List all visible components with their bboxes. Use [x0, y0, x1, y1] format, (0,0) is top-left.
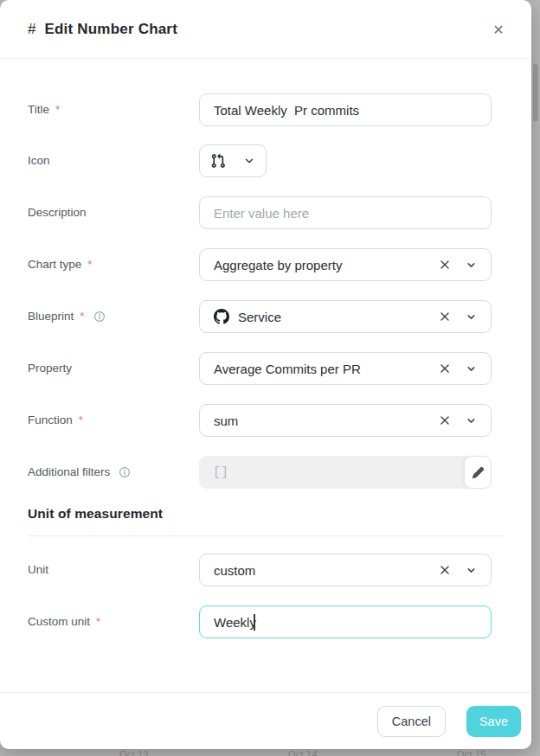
chart-type-value: Aggregate by property: [214, 258, 342, 272]
chevron-down-icon[interactable]: [463, 257, 479, 272]
github-icon: [214, 309, 229, 324]
modal-header: # Edit Number Chart ✕: [0, 0, 531, 59]
save-button[interactable]: Save: [466, 706, 521, 737]
unit-label: Unit: [28, 554, 48, 586]
clear-icon[interactable]: [437, 562, 453, 578]
function-label-text: Function: [28, 404, 73, 437]
unit-label-text: Unit: [28, 554, 48, 586]
property-select[interactable]: Average Commits per PR: [199, 352, 492, 385]
required-marker: *: [80, 300, 84, 333]
additional-filters-label: Additional filters: [28, 456, 131, 489]
icon-label: Icon: [28, 144, 50, 177]
additional-filters-input: [199, 456, 492, 489]
blueprint-label: Blueprint*: [28, 300, 106, 333]
custom-unit-label-text: Custom unit: [28, 605, 90, 638]
required-marker: *: [55, 93, 60, 126]
section-divider: [28, 535, 504, 536]
required-marker: *: [87, 248, 92, 281]
custom-unit-input[interactable]: [199, 605, 492, 638]
additional-filters-label-text: Additional filters: [28, 456, 110, 489]
title-input[interactable]: [199, 93, 492, 126]
bg-axis-label: Oct 15: [457, 749, 486, 756]
blueprint-value: Service: [238, 310, 281, 324]
chart-type-label: Chart type*: [28, 248, 93, 281]
required-marker: *: [96, 605, 100, 638]
modal-title: Edit Number Chart: [44, 21, 177, 38]
chevron-down-icon[interactable]: [463, 309, 479, 324]
required-marker: *: [79, 404, 83, 437]
bg-axis-label: Oct 14: [288, 749, 318, 756]
clear-icon[interactable]: [437, 257, 453, 272]
icon-select[interactable]: [199, 144, 267, 177]
description-label: Description: [28, 196, 87, 229]
edit-filters-button[interactable]: [464, 456, 492, 489]
chart-type-label-text: Chart type: [28, 248, 81, 281]
unit-section-title: Unit of measurement: [28, 506, 163, 522]
page-scrollbar-thumb[interactable]: [533, 64, 538, 121]
modal-footer: Cancel Save: [0, 692, 531, 749]
blueprint-label-text: Blueprint: [28, 300, 74, 333]
function-value: sum: [214, 413, 238, 428]
clear-icon[interactable]: [437, 361, 453, 376]
title-label-text: Title: [28, 93, 49, 126]
bg-axis-label: Oct 13: [119, 749, 149, 756]
description-input[interactable]: [199, 196, 492, 229]
close-icon[interactable]: ✕: [488, 19, 509, 40]
chevron-down-icon: [243, 155, 255, 167]
custom-unit-label: Custom unit*: [28, 605, 100, 638]
blueprint-select[interactable]: Service: [199, 300, 492, 333]
pencil-icon: [472, 466, 485, 479]
unit-select[interactable]: custom: [199, 554, 492, 586]
info-icon[interactable]: [93, 311, 106, 323]
number-chart-icon: #: [28, 21, 35, 38]
title-label: Title*: [28, 93, 60, 126]
info-icon[interactable]: [119, 466, 131, 478]
chevron-down-icon[interactable]: [463, 413, 479, 428]
property-label-text: Property: [28, 352, 72, 385]
description-label-text: Description: [28, 196, 87, 229]
unit-value: custom: [214, 563, 255, 578]
function-select[interactable]: sum: [199, 404, 492, 437]
clear-icon[interactable]: [437, 309, 453, 324]
icon-label-text: Icon: [28, 144, 50, 177]
git-pull-request-icon: [210, 153, 226, 169]
cancel-button[interactable]: Cancel: [377, 706, 446, 737]
text-caret: [254, 614, 255, 631]
property-value: Average Commits per PR: [214, 362, 361, 376]
edit-number-chart-modal: # Edit Number Chart ✕ Title* Icon Descri…: [0, 0, 531, 749]
clear-icon[interactable]: [437, 413, 453, 428]
property-label: Property: [28, 352, 72, 385]
chevron-down-icon[interactable]: [463, 562, 479, 578]
chevron-down-icon[interactable]: [463, 361, 479, 376]
function-label: Function*: [28, 404, 83, 437]
chart-type-select[interactable]: Aggregate by property: [199, 248, 492, 281]
custom-unit-wrap: [199, 605, 492, 638]
